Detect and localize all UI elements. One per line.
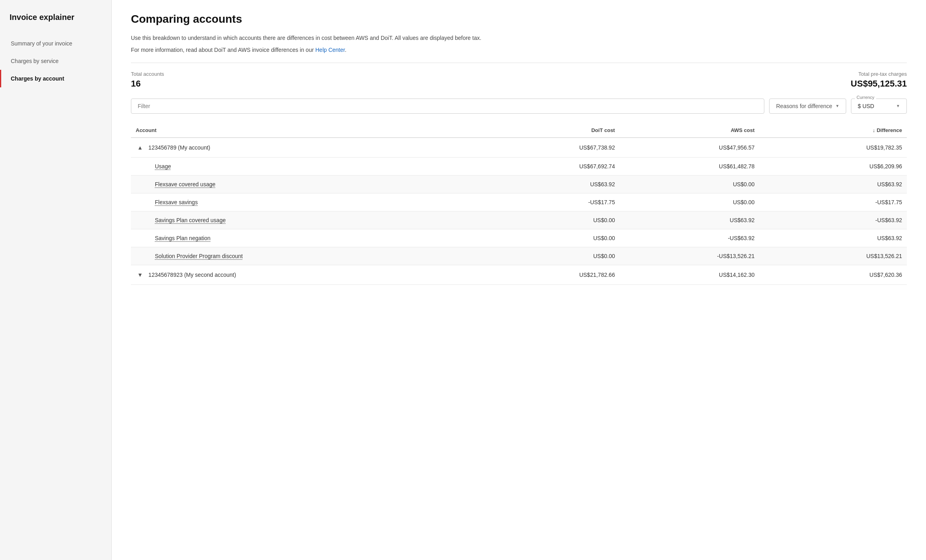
table-row: Savings Plan covered usage US$0.00 US$63…	[131, 211, 907, 229]
aws-cost-cell: US$47,956.57	[620, 138, 760, 158]
doit-cost-cell: US$0.00	[480, 211, 620, 229]
app-layout: Invoice explainer Summary of your invoic…	[0, 0, 926, 560]
total-pretax-value: US$95,125.31	[851, 79, 907, 89]
table-body: ▲ 123456789 (My account) US$67,738.92 US…	[131, 138, 907, 285]
divider-1	[131, 63, 907, 63]
account-cell: Flexsave savings	[131, 193, 480, 211]
account-cell: Flexsave covered usage	[131, 175, 480, 193]
doit-cost-cell: US$21,782.66	[480, 265, 620, 284]
sidebar-item-label: Charges by service	[11, 58, 59, 64]
table-row: ▼ 12345678923 (My second account) US$21,…	[131, 265, 907, 284]
aws-cost-cell: -US$63.92	[620, 229, 760, 247]
sidebar-item-label: Summary of your invoice	[11, 40, 72, 47]
expand-button[interactable]: ▼	[136, 271, 144, 279]
doit-cost-cell: US$67,738.92	[480, 138, 620, 158]
table-row: Flexsave savings -US$17.75 US$0.00 -US$1…	[131, 193, 907, 211]
col-header-aws-cost: AWS cost	[620, 123, 760, 138]
difference-cell: US$7,620.36	[760, 265, 907, 284]
table-row: Solution Provider Program discount US$0.…	[131, 247, 907, 265]
total-accounts-block: Total accounts 16	[131, 71, 164, 89]
aws-cost-cell: US$63.92	[620, 211, 760, 229]
help-center-link[interactable]: Help Center	[315, 47, 345, 53]
difference-cell: US$63.92	[760, 175, 907, 193]
account-name: 12345678923 (My second account)	[148, 272, 236, 278]
aws-cost-cell: US$0.00	[620, 175, 760, 193]
table-row: Savings Plan negation US$0.00 -US$63.92 …	[131, 229, 907, 247]
account-cell: Savings Plan covered usage	[131, 211, 480, 229]
sidebar-nav: Summary of your invoice Charges by servi…	[0, 35, 111, 87]
table-row: ▲ 123456789 (My account) US$67,738.92 US…	[131, 138, 907, 158]
account-name-cell: ▲ 123456789 (My account)	[136, 144, 475, 152]
account-name-cell: ▼ 12345678923 (My second account)	[136, 271, 475, 279]
aws-cost-cell: US$14,162.30	[620, 265, 760, 284]
difference-cell: US$6,209.96	[760, 157, 907, 175]
difference-cell: -US$63.92	[760, 211, 907, 229]
currency-field-label: Currency	[855, 95, 876, 100]
sub-item-label: Savings Plan covered usage	[136, 217, 226, 223]
doit-cost-cell: US$67,692.74	[480, 157, 620, 175]
aws-cost-cell: US$61,482.78	[620, 157, 760, 175]
account-cell: Usage	[131, 157, 480, 175]
doit-cost-cell: US$63.92	[480, 175, 620, 193]
sidebar: Invoice explainer Summary of your invoic…	[0, 0, 112, 560]
col-header-account: Account	[131, 123, 480, 138]
currency-dropdown-button[interactable]: $ USD ▼	[851, 99, 907, 114]
filter-input[interactable]	[131, 99, 764, 114]
table-header-row: Account DoiT cost AWS cost ↓Difference	[131, 123, 907, 138]
total-accounts-value: 16	[131, 79, 164, 89]
description-1: Use this breakdown to understand in whic…	[131, 34, 907, 42]
sidebar-item-by-service[interactable]: Charges by service	[0, 52, 111, 70]
difference-cell: -US$17.75	[760, 193, 907, 211]
total-pretax-label: Total pre-tax charges	[851, 71, 907, 77]
reasons-dropdown-label: Reasons for difference	[776, 103, 832, 109]
chevron-down-icon: ▼	[896, 104, 900, 108]
description-2: For more information, read about DoiT an…	[131, 45, 907, 54]
account-cell: ▼ 12345678923 (My second account)	[131, 265, 480, 284]
chevron-down-icon: ▼	[835, 104, 839, 108]
aws-cost-cell: -US$13,526.21	[620, 247, 760, 265]
doit-cost-cell: US$0.00	[480, 229, 620, 247]
account-cell: Solution Provider Program discount	[131, 247, 480, 265]
doit-cost-cell: US$0.00	[480, 247, 620, 265]
sidebar-item-by-account[interactable]: Charges by account	[0, 70, 111, 87]
difference-cell: US$19,782.35	[760, 138, 907, 158]
currency-wrapper: Currency $ USD ▼	[851, 99, 907, 114]
filter-row: Reasons for difference ▼ Currency $ USD …	[131, 99, 907, 114]
summary-row: Total accounts 16 Total pre-tax charges …	[131, 71, 907, 89]
sort-arrow-icon: ↓	[873, 127, 875, 133]
reasons-dropdown-button[interactable]: Reasons for difference ▼	[769, 99, 846, 114]
table-row: Usage US$67,692.74 US$61,482.78 US$6,209…	[131, 157, 907, 175]
accounts-table: Account DoiT cost AWS cost ↓Difference ▲…	[131, 123, 907, 285]
sub-item-label: Solution Provider Program discount	[136, 253, 243, 259]
aws-cost-cell: US$0.00	[620, 193, 760, 211]
difference-cell: US$13,526.21	[760, 247, 907, 265]
sidebar-item-summary[interactable]: Summary of your invoice	[0, 35, 111, 52]
sub-item-label: Flexsave covered usage	[136, 181, 216, 187]
sidebar-title: Invoice explainer	[0, 13, 111, 35]
sub-item-label: Flexsave savings	[136, 199, 198, 205]
table-row: Flexsave covered usage US$63.92 US$0.00 …	[131, 175, 907, 193]
sub-item-label: Usage	[136, 163, 171, 170]
expand-button[interactable]: ▲	[136, 144, 144, 152]
total-accounts-label: Total accounts	[131, 71, 164, 77]
main-content: Comparing accounts Use this breakdown to…	[112, 0, 926, 560]
difference-cell: US$63.92	[760, 229, 907, 247]
col-header-difference: ↓Difference	[760, 123, 907, 138]
account-name: 123456789 (My account)	[148, 144, 210, 151]
currency-value: $ USD	[858, 103, 874, 109]
total-pretax-block: Total pre-tax charges US$95,125.31	[851, 71, 907, 89]
page-title: Comparing accounts	[131, 13, 907, 26]
sub-item-label: Savings Plan negation	[136, 235, 210, 241]
sidebar-item-label: Charges by account	[11, 75, 64, 82]
col-header-doit-cost: DoiT cost	[480, 123, 620, 138]
account-cell: ▲ 123456789 (My account)	[131, 138, 480, 158]
table-header: Account DoiT cost AWS cost ↓Difference	[131, 123, 907, 138]
account-cell: Savings Plan negation	[131, 229, 480, 247]
doit-cost-cell: -US$17.75	[480, 193, 620, 211]
filter-input-wrapper	[131, 99, 764, 114]
